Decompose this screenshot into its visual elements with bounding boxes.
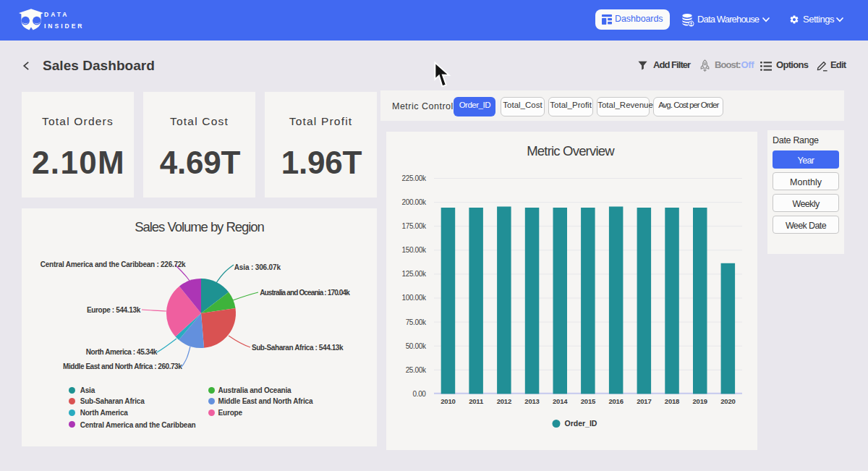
- svg-text:150.00k: 150.00k: [401, 246, 426, 254]
- svg-text:2010: 2010: [441, 397, 455, 405]
- svg-text:225.00k: 225.00k: [401, 174, 426, 182]
- svg-text:200.00k: 200.00k: [401, 198, 426, 206]
- svg-text:75.00k: 75.00k: [406, 318, 427, 326]
- svg-text:2016: 2016: [608, 397, 623, 405]
- svg-text:25.00k: 25.00k: [406, 366, 427, 374]
- svg-text:2012: 2012: [497, 397, 511, 405]
- svg-text:0.00: 0.00: [413, 390, 427, 398]
- svg-text:50.00k: 50.00k: [406, 342, 427, 350]
- svg-text:2011: 2011: [469, 397, 484, 405]
- svg-text:100.00k: 100.00k: [401, 294, 426, 302]
- svg-text:175.00k: 175.00k: [401, 222, 426, 230]
- svg-text:2017: 2017: [637, 397, 651, 405]
- svg-text:2013: 2013: [524, 397, 539, 405]
- svg-text:2019: 2019: [693, 397, 707, 405]
- svg-text:125.00k: 125.00k: [401, 270, 426, 278]
- svg-text:2018: 2018: [665, 397, 679, 405]
- svg-text:2014: 2014: [553, 397, 568, 405]
- svg-text:2020: 2020: [720, 397, 735, 405]
- svg-text:2015: 2015: [581, 397, 596, 405]
- svg-text:Order_ID: Order_ID: [565, 419, 597, 428]
